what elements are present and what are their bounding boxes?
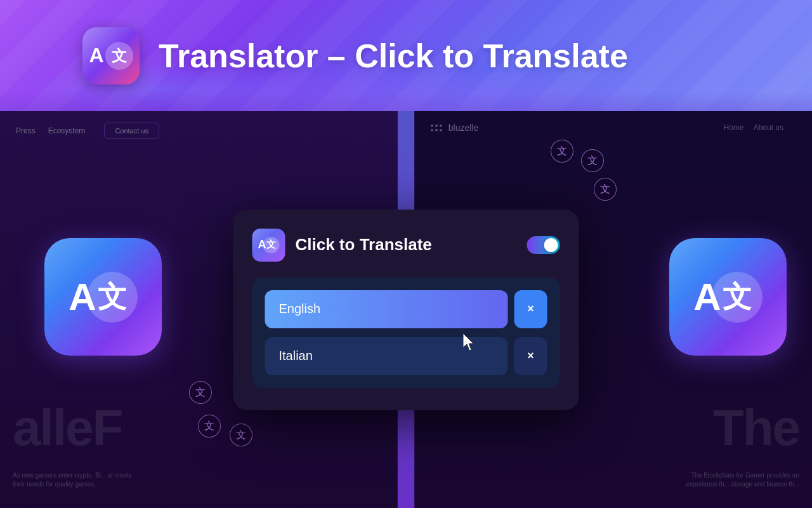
float-icon-4: 文 [189, 381, 212, 404]
big-icon-letter-zh-right: 文 [723, 277, 752, 317]
bg-nav-right: Home About us [724, 123, 796, 132]
app-icon-header: A 文 [82, 27, 140, 84]
icon-letter-a: A [89, 44, 103, 67]
card-header: A 文 Click to Translate [252, 229, 560, 262]
source-clear-icon: × [527, 302, 534, 316]
target-clear-icon: × [527, 349, 534, 363]
source-language-field[interactable]: English [265, 290, 508, 328]
target-language-label: Italian [279, 349, 313, 363]
bg-nav-home: Home [724, 123, 744, 132]
big-icon-letter-zh-left: 文 [98, 277, 127, 317]
bg-bluzelle-header: bluzelle Home About us [415, 111, 812, 144]
bg-large-text-left: alleF [13, 399, 122, 457]
bg-nav-ecosystem: Ecosystem [48, 126, 86, 135]
background-section: Press Ecosystem Contact us alleF As new … [0, 111, 812, 508]
target-language-clear-button[interactable]: × [514, 337, 547, 375]
target-language-field[interactable]: Italian [265, 337, 508, 375]
float-icon-2: 文 [581, 149, 604, 172]
target-language-row: Italian × [265, 337, 547, 375]
bluzelle-name: bluzelle [449, 123, 478, 133]
language-panel: English × Italian × [252, 277, 560, 388]
big-icon-letter-a-right: A [693, 275, 721, 319]
card-icon-letter-zh: 文 [266, 239, 276, 251]
source-language-label: English [279, 302, 321, 316]
bluzelle-dots [431, 124, 443, 131]
bg-nav-about: About us [754, 123, 783, 132]
card-app-icon: A 文 [252, 229, 285, 262]
toggle-switch[interactable] [527, 236, 560, 254]
bg-nav-press: Press [16, 126, 36, 135]
card-title: Click to Translate [296, 235, 517, 255]
toggle-knob [544, 238, 558, 252]
big-app-icon-left: A 文 [44, 238, 162, 356]
big-app-icon-right: A 文 [669, 238, 787, 356]
bg-nav-left: Press Ecosystem Contact us [0, 111, 397, 150]
bg-contact-btn: Contact us [104, 123, 159, 139]
header-banner: A 文 Translator – Click to Translate [0, 0, 812, 111]
popup-card: A 文 Click to Translate English × [233, 210, 579, 410]
icon-letter-zh: 文 [112, 46, 127, 66]
float-icon-3: 文 [594, 178, 617, 201]
float-icon-1: 文 [551, 140, 573, 163]
source-language-row: English × [265, 290, 547, 328]
float-icon-6: 文 [230, 424, 252, 446]
source-language-clear-button[interactable]: × [514, 290, 547, 328]
float-icon-5: 文 [198, 415, 221, 438]
header-title: Translator – Click to Translate [159, 37, 628, 75]
bg-small-text-left: As new gamers enter crypto, Bl... al mee… [13, 471, 140, 489]
big-icon-letter-a-left: A [69, 275, 96, 319]
bg-large-text-right: The [713, 399, 799, 457]
bg-small-text-right: The Blockchain for Gamer provides an exp… [660, 471, 799, 489]
